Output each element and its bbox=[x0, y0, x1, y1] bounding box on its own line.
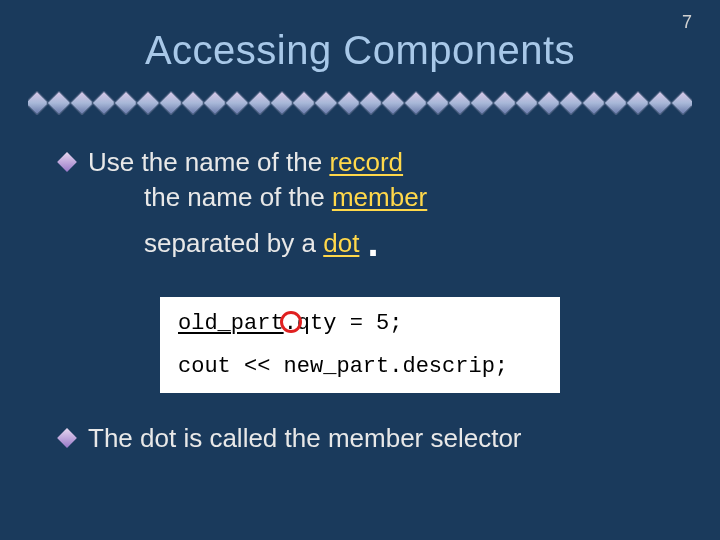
code-example: old_part.qty = 5; cout << new_part.descr… bbox=[160, 297, 560, 393]
bullet-diamond-icon bbox=[57, 428, 77, 448]
code-underlined: old_part bbox=[178, 311, 284, 336]
text-fragment: separated by a bbox=[144, 228, 323, 258]
code-line-1: old_part.qty = 5; bbox=[178, 307, 542, 340]
diamond-icon bbox=[670, 91, 692, 115]
dot-symbol: . bbox=[359, 220, 378, 264]
bullet-item-1: Use the name of the record the name of t… bbox=[60, 145, 660, 269]
bullet-text: The dot is called the member selector bbox=[88, 421, 660, 456]
diamond-icon bbox=[381, 91, 406, 115]
text-fragment: the name of the bbox=[144, 182, 332, 212]
slide-title: Accessing Components bbox=[0, 0, 720, 91]
decorative-divider bbox=[28, 91, 692, 115]
diamond-icon bbox=[47, 91, 72, 115]
slide-number: 7 bbox=[682, 12, 692, 33]
diamond-icon bbox=[470, 91, 495, 115]
bullet-text: Use the name of the record the name of t… bbox=[88, 145, 660, 269]
code-text: .qty = 5; bbox=[284, 311, 403, 336]
keyword-record: record bbox=[329, 147, 403, 177]
slide-body: Use the name of the record the name of t… bbox=[0, 139, 720, 456]
bullet-diamond-icon bbox=[57, 152, 77, 172]
bullet-item-2: The dot is called the member selector bbox=[60, 421, 660, 456]
diamond-icon bbox=[136, 91, 161, 115]
keyword-member: member bbox=[332, 182, 427, 212]
keyword-dot: dot bbox=[323, 228, 359, 258]
text-fragment: Use the name of the bbox=[88, 147, 329, 177]
code-line-2: cout << new_part.descrip; bbox=[178, 354, 508, 379]
